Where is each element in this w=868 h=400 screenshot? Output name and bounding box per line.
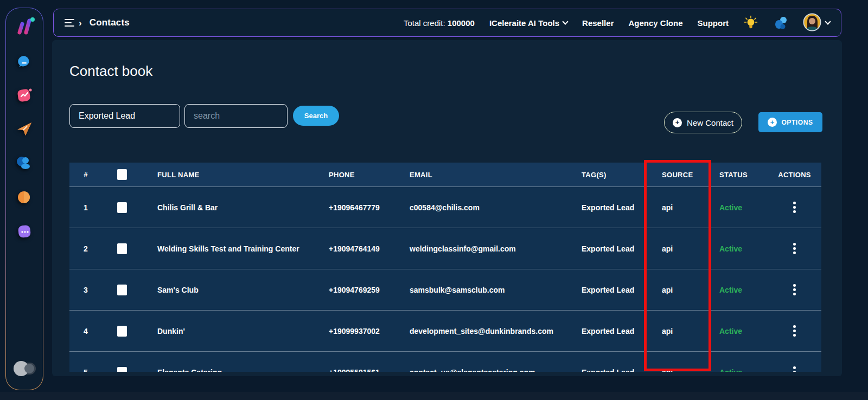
nav-agency-clone[interactable]: Agency Clone xyxy=(628,18,682,28)
cell-actions xyxy=(768,323,821,339)
plus-icon: + xyxy=(673,118,682,127)
row-checkbox xyxy=(102,243,142,254)
bottom-edge xyxy=(0,392,868,400)
row-checkbox[interactable] xyxy=(117,326,127,337)
total-credit-value: 100000 xyxy=(448,18,475,28)
header-cell-source: SOURCE xyxy=(644,171,712,179)
header-cell-tags: TAG(S) xyxy=(566,171,644,179)
cell-full-name: Sam's Club xyxy=(142,286,314,294)
cell-full-name: Chilis Grill & Bar xyxy=(142,203,314,212)
header-row-checkbox xyxy=(102,169,142,180)
cell-status: Active xyxy=(712,327,768,336)
sidebar-nav xyxy=(15,51,34,241)
cell-status: Active xyxy=(712,368,768,372)
row-actions-menu-icon[interactable] xyxy=(791,282,798,298)
topbar: › Contacts Total credit: 100000 ICelerai… xyxy=(53,9,841,37)
send-icon[interactable] xyxy=(15,120,34,138)
chat-icon[interactable] xyxy=(15,51,34,70)
cell-tags: Exported Lead xyxy=(566,368,644,372)
lightbulb-icon[interactable] xyxy=(743,15,758,30)
search-button[interactable]: Search xyxy=(293,106,339,126)
cell-actions xyxy=(768,282,821,298)
table-header-row: #FULL NAMEPHONEEMAILTAG(S)SOURCESTATUSAC… xyxy=(69,163,821,186)
row-checkbox xyxy=(102,367,142,372)
row-checkbox[interactable] xyxy=(117,285,127,295)
cell-source: api xyxy=(644,368,712,372)
user-menu[interactable] xyxy=(803,13,830,33)
cell-email: contact_us@elegantecatering.com xyxy=(394,368,566,372)
nav-ai-tools[interactable]: ICeleraite AI Tools xyxy=(489,18,567,28)
row-checkbox xyxy=(102,202,142,213)
cell-tags: Exported Lead xyxy=(566,244,644,253)
new-contact-button[interactable]: + New Contact xyxy=(664,112,742,133)
cell-phone: +19099937002 xyxy=(314,327,394,336)
cell-full-name: Welding Skills Test and Training Center xyxy=(142,244,314,253)
menu-toggle-icon[interactable] xyxy=(65,19,74,27)
cell-source: api xyxy=(644,327,712,336)
content-card: Contact book Search + New Contact + OPTI… xyxy=(52,40,842,376)
cell-actions xyxy=(768,364,821,372)
row-checkbox[interactable] xyxy=(117,243,127,254)
row-actions-menu-icon[interactable] xyxy=(791,199,798,215)
row-checkbox xyxy=(102,326,142,337)
row-number: 5 xyxy=(69,368,102,372)
row-checkbox[interactable] xyxy=(117,367,127,372)
nav-support[interactable]: Support xyxy=(698,18,729,28)
select-all-checkbox[interactable] xyxy=(117,169,127,180)
row-number: 2 xyxy=(69,244,102,253)
cell-full-name: Elegante Catering xyxy=(142,368,314,372)
activity-icon[interactable] xyxy=(15,86,34,104)
options-button[interactable]: + OPTIONS xyxy=(758,112,822,132)
table-row: 1Chilis Grill & Bar+19096467779c00584@ch… xyxy=(69,186,821,228)
cell-source: api xyxy=(644,203,712,212)
row-actions-menu-icon[interactable] xyxy=(791,323,798,339)
topbar-nav: Total credit: 100000 ICeleraite AI Tools… xyxy=(404,13,830,33)
tag-filter-input[interactable] xyxy=(69,104,180,128)
row-actions-menu-icon[interactable] xyxy=(791,241,798,256)
header-cell-full-name: FULL NAME xyxy=(142,171,314,179)
sidebar xyxy=(5,8,43,390)
cell-tags: Exported Lead xyxy=(566,327,644,336)
cell-actions xyxy=(768,199,821,215)
header-row-number: # xyxy=(69,171,102,179)
toggle-knob xyxy=(14,361,29,376)
table-row: 2Welding Skills Test and Training Center… xyxy=(69,228,821,269)
cell-status: Active xyxy=(712,244,768,253)
cell-tags: Exported Lead xyxy=(566,203,644,212)
nav-reseller[interactable]: Reseller xyxy=(582,18,614,28)
table-body: 1Chilis Grill & Bar+19096467779c00584@ch… xyxy=(69,186,821,372)
chevron-down-icon xyxy=(562,18,568,24)
cell-actions xyxy=(768,241,821,256)
row-number: 1 xyxy=(69,203,102,212)
table-row: 3Sam's Club+19094769259samsbulk@samsclub… xyxy=(69,269,821,310)
table-row: 5Elegante Catering+19095591561contact_us… xyxy=(69,351,821,372)
row-number: 3 xyxy=(69,286,102,294)
row-checkbox[interactable] xyxy=(117,202,127,213)
cell-phone: +19095591561 xyxy=(314,368,394,372)
sphere-icon[interactable] xyxy=(15,188,34,207)
cell-phone: +19094764149 xyxy=(314,244,394,253)
cell-email: weldingclassinfo@gmail.com xyxy=(394,244,566,253)
menu-chevron-icon[interactable]: › xyxy=(79,18,82,28)
cell-source: api xyxy=(644,244,712,253)
header-cell-actions: ACTIONS xyxy=(768,171,821,179)
messages-icon[interactable] xyxy=(15,222,34,241)
contacts-table: #FULL NAMEPHONEEMAILTAG(S)SOURCESTATUSAC… xyxy=(69,163,821,372)
cell-email: c00584@chilis.com xyxy=(394,203,566,212)
chevron-down-icon xyxy=(825,18,831,24)
theme-toggle[interactable] xyxy=(15,363,36,375)
avatar xyxy=(803,13,821,33)
contacts-icon[interactable] xyxy=(15,154,34,172)
row-actions-menu-icon[interactable] xyxy=(791,364,798,372)
header-cell-phone: PHONE xyxy=(314,171,394,179)
page-header-title: Contacts xyxy=(90,17,130,28)
cell-status: Active xyxy=(712,203,768,212)
row-number: 4 xyxy=(69,327,102,336)
notifications-icon[interactable] xyxy=(773,15,788,30)
cell-full-name: Dunkin' xyxy=(142,327,314,336)
search-input[interactable] xyxy=(184,104,288,128)
cell-phone: +19094769259 xyxy=(314,286,394,294)
page-title: Contact book xyxy=(69,63,152,80)
row-checkbox xyxy=(102,285,142,295)
cell-email: samsbulk@samsclub.com xyxy=(394,286,566,294)
